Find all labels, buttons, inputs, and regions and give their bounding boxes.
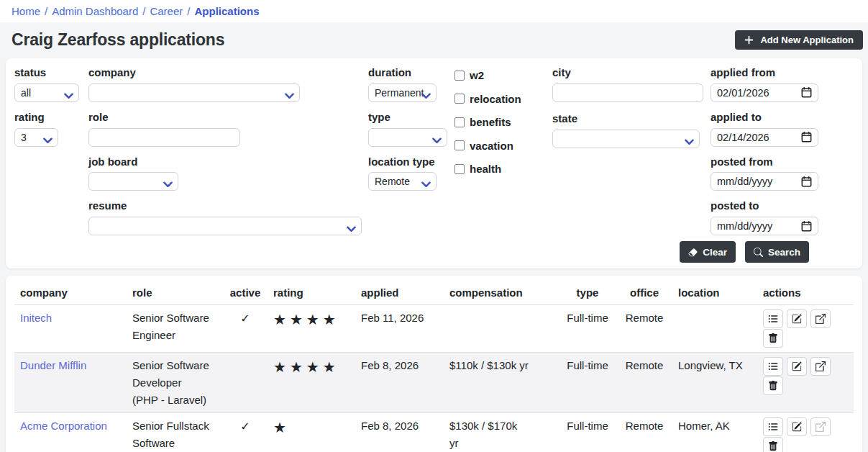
company-link[interactable]: Dunder Mifflin <box>20 359 86 371</box>
city-input[interactable] <box>552 83 703 102</box>
breadcrumb-link-home[interactable]: Home <box>12 5 40 17</box>
posted-to-input[interactable]: mm/dd/yyyy <box>711 217 818 235</box>
checkbox-box[interactable] <box>454 164 465 174</box>
checkbox-label: vacation <box>470 139 513 153</box>
table-row: Acme CorporationSenior Fullstack Softwar… <box>14 413 854 452</box>
edit-button[interactable] <box>787 417 807 436</box>
column-header-company: company <box>14 284 127 305</box>
breadcrumb-link-career[interactable]: Career <box>150 5 183 17</box>
company-link[interactable]: Acme Corporation <box>20 420 107 432</box>
role-label: role <box>88 111 362 125</box>
location-type-select[interactable]: Remote <box>368 172 437 191</box>
state-select[interactable] <box>552 130 700 148</box>
clear-button-label: Clear <box>703 247 727 258</box>
duration-label: duration <box>368 66 447 80</box>
calendar-icon[interactable] <box>801 176 812 187</box>
chevron-down-icon <box>43 135 52 146</box>
checkbox-health[interactable]: health <box>454 162 545 176</box>
checkbox-vacation[interactable]: vacation <box>454 139 545 153</box>
location-type-label: location type <box>368 155 447 169</box>
posted-from-label: posted from <box>711 155 818 169</box>
delete-button[interactable] <box>763 437 783 452</box>
resume-select[interactable] <box>88 217 362 235</box>
active-check: ✓ <box>223 305 268 353</box>
rating-label: rating <box>14 111 79 125</box>
page-title: Craig Zearfoss applications <box>12 30 224 50</box>
type-label: type <box>368 111 447 125</box>
plus-icon <box>744 35 754 45</box>
type-select[interactable] <box>368 128 447 147</box>
edit-button[interactable] <box>787 357 807 376</box>
delete-button[interactable] <box>763 329 783 348</box>
checkbox-benefits[interactable]: benefits <box>454 115 545 130</box>
column-header-role: role <box>127 284 223 305</box>
checkbox-relocation[interactable]: relocation <box>454 92 545 107</box>
duration-select[interactable]: Permanent <box>368 83 437 102</box>
posted-to-label: posted to <box>711 199 818 213</box>
role-input[interactable] <box>88 128 240 147</box>
office-cell: Remote <box>616 353 672 413</box>
column-header-rating: rating <box>268 284 355 305</box>
checkbox-group: w2relocationbenefitsvacationhealth <box>454 66 545 186</box>
calendar-icon[interactable] <box>801 221 812 232</box>
job-board-label: job board <box>88 155 362 169</box>
duration-value: Permanent <box>375 87 424 99</box>
rating-select[interactable]: 3 <box>14 128 58 147</box>
chevron-down-icon <box>432 135 442 146</box>
applied-from-input[interactable]: 02/01/2026 <box>711 83 818 102</box>
applied-date: Feb 8, 2026 <box>355 413 444 452</box>
external-link-button[interactable] <box>810 309 831 328</box>
delete-button[interactable] <box>763 376 783 395</box>
details-button[interactable] <box>763 417 783 436</box>
breadcrumb-current: Applications <box>194 5 259 17</box>
checkbox-box[interactable] <box>454 140 465 150</box>
chevron-down-icon <box>685 136 694 148</box>
compensation-cell: $130k / $170k yr <box>444 413 559 452</box>
column-header-compensation: compensation <box>444 284 559 305</box>
checkbox-box[interactable] <box>454 117 465 127</box>
checkbox-box[interactable] <box>454 71 465 81</box>
chevron-down-icon <box>64 90 73 101</box>
checkbox-box[interactable] <box>454 94 465 104</box>
chevron-down-icon <box>421 178 431 190</box>
job-board-select[interactable] <box>88 172 178 191</box>
compensation-cell: $110k / $130k yr <box>444 353 559 413</box>
type-cell: Full-time <box>559 353 616 413</box>
applied-to-input[interactable]: 02/14/2026 <box>711 128 818 147</box>
rating-stars: ★★★★ <box>268 353 355 413</box>
status-select[interactable]: all <box>14 83 79 102</box>
details-button[interactable] <box>763 357 783 376</box>
applied-from-label: applied from <box>711 66 818 80</box>
posted-from-input[interactable]: mm/dd/yyyy <box>711 172 818 191</box>
checkbox-w2[interactable]: w2 <box>454 68 545 83</box>
column-header-applied: applied <box>355 284 444 305</box>
date-placeholder: mm/dd/yyyy <box>717 220 772 232</box>
clear-button[interactable]: Clear <box>680 241 736 263</box>
company-select[interactable] <box>88 83 300 102</box>
search-button[interactable]: Search <box>745 241 809 263</box>
calendar-icon[interactable] <box>801 132 812 143</box>
city-label: city <box>552 66 703 80</box>
chevron-down-icon <box>285 90 294 101</box>
table-header-row: company role active rating applied compe… <box>14 284 854 305</box>
breadcrumb-link-admin-dashboard[interactable]: Admin Dashboard <box>52 5 138 17</box>
actions-cell <box>757 353 854 413</box>
edit-button[interactable] <box>787 309 807 328</box>
role-cell: Senior Fullstack Software Engineer <box>127 413 223 452</box>
applications-table-panel: company role active rating applied compe… <box>6 276 862 452</box>
column-header-type: type <box>559 284 616 305</box>
company-link[interactable]: Initech <box>20 312 52 324</box>
company-label: company <box>88 66 362 80</box>
active-check: ✓ <box>223 413 268 452</box>
table-row: InitechSenior Software Engineer✓★★★★Feb … <box>14 305 854 353</box>
applied-date: Feb 11, 2026 <box>355 305 444 353</box>
date-value: 02/14/2026 <box>717 132 769 143</box>
column-header-office: office <box>616 284 672 305</box>
add-new-application-button[interactable]: Add New Application <box>735 30 863 50</box>
details-button[interactable] <box>763 309 783 328</box>
calendar-icon[interactable] <box>801 87 812 98</box>
status-value: all <box>21 87 31 99</box>
office-cell: Remote <box>616 413 672 452</box>
filters-panel: status all rating 3 company <box>6 58 862 268</box>
external-link-button[interactable] <box>810 357 831 376</box>
